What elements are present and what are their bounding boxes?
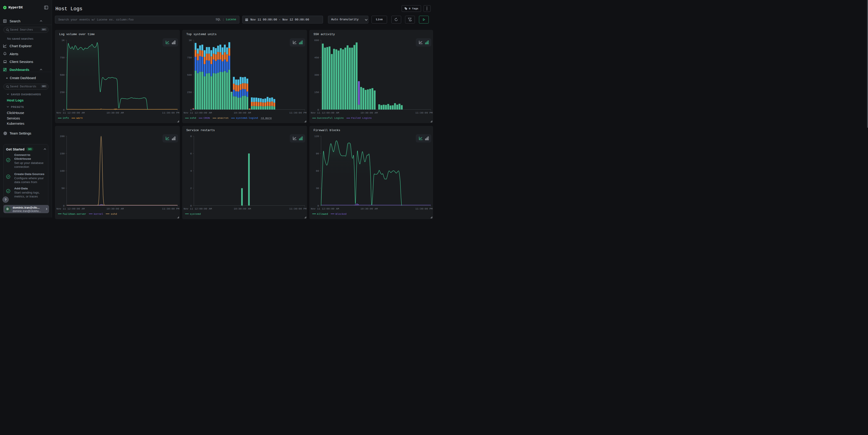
svg-text:50: 50 — [62, 187, 65, 190]
svg-text:500: 500 — [60, 73, 65, 76]
svg-text:11:30:00 PM: 11:30:00 PM — [289, 111, 307, 114]
svg-text:600: 600 — [314, 39, 319, 42]
svg-text:10:30:00 AM: 10:30:00 AM — [234, 111, 251, 114]
svg-text:750: 750 — [187, 56, 192, 59]
svg-text:Nov 11 12:00:00 AM: Nov 11 12:00:00 AM — [184, 207, 212, 210]
svg-text:11:30:00 PM: 11:30:00 PM — [289, 207, 307, 210]
svg-text:90: 90 — [316, 152, 319, 155]
svg-text:1K: 1K — [62, 39, 65, 42]
svg-text:100: 100 — [60, 169, 65, 173]
svg-text:0: 0 — [63, 204, 65, 207]
svg-text:30: 30 — [316, 187, 319, 190]
svg-text:200: 200 — [60, 135, 65, 138]
svg-text:0: 0 — [190, 204, 192, 207]
svg-text:250: 250 — [60, 91, 65, 94]
svg-text:11:30:00 PM: 11:30:00 PM — [162, 207, 179, 210]
svg-text:150: 150 — [60, 152, 65, 155]
svg-text:11:30:00 PM: 11:30:00 PM — [415, 207, 433, 210]
svg-text:0: 0 — [317, 204, 319, 207]
svg-text:Nov 11 12:00:00 AM: Nov 11 12:00:00 AM — [311, 207, 339, 210]
svg-text:150: 150 — [314, 91, 319, 94]
svg-text:10:30:00 AM: 10:30:00 AM — [361, 207, 378, 210]
svg-text:750: 750 — [60, 56, 65, 59]
svg-text:10:30:00 AM: 10:30:00 AM — [234, 207, 251, 210]
svg-text:1K: 1K — [189, 39, 192, 42]
svg-text:Nov 11 12:00:00 AM: Nov 11 12:00:00 AM — [57, 111, 85, 114]
svg-text:Nov 11 12:00:00 AM: Nov 11 12:00:00 AM — [311, 111, 339, 114]
svg-text:500: 500 — [187, 73, 192, 76]
svg-text:11:30:00 PM: 11:30:00 PM — [162, 111, 179, 114]
svg-text:450: 450 — [314, 56, 319, 59]
svg-text:11:30:00 PM: 11:30:00 PM — [415, 111, 433, 114]
svg-text:8: 8 — [190, 135, 192, 138]
svg-text:300: 300 — [314, 73, 319, 76]
svg-text:Nov 11 12:00:00 AM: Nov 11 12:00:00 AM — [57, 207, 85, 210]
svg-text:0: 0 — [190, 108, 192, 111]
svg-text:4: 4 — [190, 169, 192, 173]
svg-text:120: 120 — [314, 135, 319, 138]
svg-text:0: 0 — [63, 108, 65, 111]
svg-text:250: 250 — [187, 91, 192, 94]
svg-text:6: 6 — [190, 152, 192, 155]
svg-text:0: 0 — [317, 108, 319, 111]
svg-text:60: 60 — [316, 169, 319, 173]
svg-text:10:30:00 AM: 10:30:00 AM — [361, 111, 378, 114]
svg-text:10:30:00 AM: 10:30:00 AM — [106, 207, 124, 210]
svg-text:Nov 11 12:00:00 AM: Nov 11 12:00:00 AM — [184, 111, 212, 114]
svg-text:10:30:00 AM: 10:30:00 AM — [106, 111, 124, 114]
svg-text:2: 2 — [190, 187, 192, 190]
